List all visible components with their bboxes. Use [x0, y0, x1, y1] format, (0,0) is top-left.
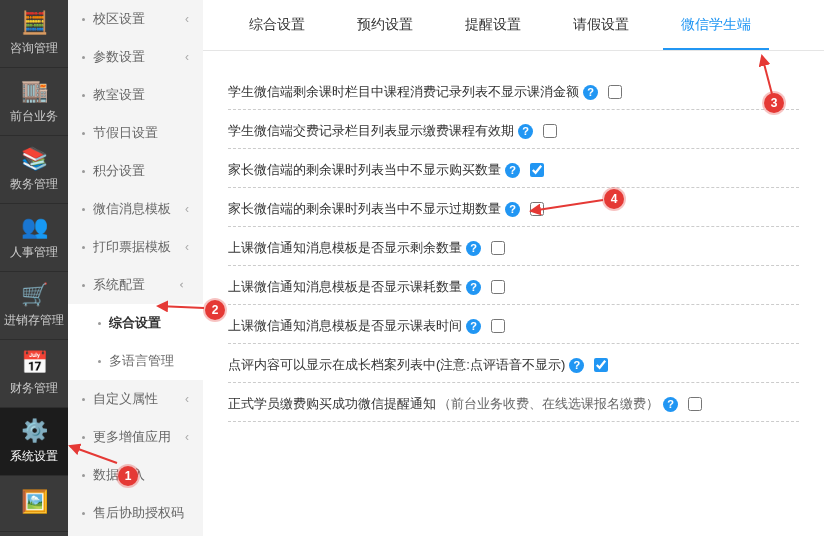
help-icon[interactable]: ? — [466, 280, 481, 295]
main-nav: 🧮 咨询管理 🏬 前台业务 📚 教务管理 👥 人事管理 🛒 进销存管理 📅 财务… — [0, 0, 68, 536]
sub-nav-item[interactable]: 参数设置‹ — [68, 38, 203, 76]
chevron-right-icon: ‹ — [185, 240, 189, 254]
setting-row: 学生微信端剩余课时栏目中课程消费记录列表不显示课消金额? — [228, 71, 799, 110]
setting-label: 上课微信通知消息模板是否显示剩余数量 — [228, 239, 462, 257]
chevron-right-icon: ‹ — [185, 50, 189, 64]
sub-nav-item[interactable]: 操作日志查看 — [68, 532, 203, 536]
setting-checkbox[interactable] — [491, 241, 505, 255]
tabs: 综合设置预约设置提醒设置请假设置微信学生端 — [203, 0, 824, 51]
setting-checkbox[interactable] — [530, 202, 544, 216]
setting-checkbox[interactable] — [543, 124, 557, 138]
help-icon[interactable]: ? — [505, 202, 520, 217]
sub-nav-item[interactable]: 校区设置‹ — [68, 0, 203, 38]
setting-checkbox[interactable] — [608, 85, 622, 99]
sub-nav-label: 更多增值应用 — [93, 428, 171, 446]
chevron-right-icon: ‹ — [185, 430, 189, 444]
sub-nav-label: 节假日设置 — [93, 124, 158, 142]
main-nav-label: 系统设置 — [10, 448, 58, 465]
setting-row: 正式学员缴费购买成功微信提醒通知（前台业务收费、在线选课报名缴费）? — [228, 383, 799, 422]
sub-nav-label: 售后协助授权码 — [93, 504, 184, 522]
gear-icon: ⚙️ — [21, 418, 48, 444]
setting-note: （前台业务收费、在线选课报名缴费） — [438, 395, 659, 413]
image-icon: 🖼️ — [21, 489, 48, 515]
setting-row: 家长微信端的剩余课时列表当中不显示过期数量? — [228, 188, 799, 227]
setting-checkbox[interactable] — [491, 280, 505, 294]
sub-nav-label: 综合设置 — [109, 314, 161, 332]
store-icon: 🏬 — [21, 78, 48, 104]
sub-nav-item[interactable]: 教室设置 — [68, 76, 203, 114]
tab-overflow[interactable] — [785, 0, 793, 50]
help-icon[interactable]: ? — [569, 358, 584, 373]
setting-checkbox[interactable] — [530, 163, 544, 177]
setting-row: 家长微信端的剩余课时列表当中不显示购买数量? — [228, 149, 799, 188]
sub-nav-child-item[interactable]: 综合设置 — [68, 304, 203, 342]
main-nav-label: 前台业务 — [10, 108, 58, 125]
bullet-icon — [82, 208, 85, 211]
sub-nav-item[interactable]: 微信消息模板‹ — [68, 190, 203, 228]
sub-nav-label: 打印票据模板 — [93, 238, 171, 256]
sub-nav-label: 参数设置 — [93, 48, 145, 66]
setting-label: 上课微信通知消息模板是否显示课耗数量 — [228, 278, 462, 296]
help-icon[interactable]: ? — [466, 319, 481, 334]
setting-checkbox[interactable] — [594, 358, 608, 372]
sub-nav-children: 综合设置多语言管理 — [68, 304, 203, 380]
bullet-icon — [82, 436, 85, 439]
main-nav-item-frontdesk[interactable]: 🏬 前台业务 — [0, 68, 68, 136]
setting-label: 家长微信端的剩余课时列表当中不显示过期数量 — [228, 200, 501, 218]
setting-row: 点评内容可以显示在成长档案列表中(注意:点评语音不显示)? — [228, 344, 799, 383]
main-nav-item-system[interactable]: ⚙️ 系统设置 — [0, 408, 68, 476]
tab[interactable]: 提醒设置 — [447, 0, 539, 50]
annotation-marker-4: 4 — [604, 189, 624, 209]
main-nav-item-finance[interactable]: 📅 财务管理 — [0, 340, 68, 408]
bullet-icon — [82, 246, 85, 249]
tab[interactable]: 请假设置 — [555, 0, 647, 50]
sub-nav-item[interactable]: 积分设置 — [68, 152, 203, 190]
content-area: 综合设置预约设置提醒设置请假设置微信学生端 学生微信端剩余课时栏目中课程消费记录… — [203, 0, 824, 536]
tab[interactable]: 预约设置 — [339, 0, 431, 50]
annotation-marker-2: 2 — [205, 300, 225, 320]
main-nav-item-inventory[interactable]: 🛒 进销存管理 — [0, 272, 68, 340]
annotation-marker-3: 3 — [764, 93, 784, 113]
setting-checkbox[interactable] — [688, 397, 702, 411]
bullet-icon — [82, 398, 85, 401]
tab[interactable]: 综合设置 — [231, 0, 323, 50]
setting-label: 学生微信端剩余课时栏目中课程消费记录列表不显示课消金额 — [228, 83, 579, 101]
setting-row: 上课微信通知消息模板是否显示课表时间? — [228, 305, 799, 344]
main-nav-item-more[interactable]: 🖼️ — [0, 476, 68, 532]
bullet-icon — [82, 56, 85, 59]
sub-nav-label: 校区设置 — [93, 10, 145, 28]
help-icon[interactable]: ? — [663, 397, 678, 412]
sub-nav-item[interactable]: 自定义属性‹ — [68, 380, 203, 418]
sub-nav-label: 自定义属性 — [93, 390, 158, 408]
sub-nav-item[interactable]: 系统配置⌄ — [68, 266, 203, 304]
help-icon[interactable]: ? — [518, 124, 533, 139]
bullet-icon — [82, 512, 85, 515]
sub-nav-label: 积分设置 — [93, 162, 145, 180]
calculator-icon: 🧮 — [21, 10, 48, 36]
setting-label: 点评内容可以显示在成长档案列表中(注意:点评语音不显示) — [228, 356, 565, 374]
main-nav-label: 财务管理 — [10, 380, 58, 397]
sub-nav-item[interactable]: 节假日设置 — [68, 114, 203, 152]
sub-nav-item[interactable]: 打印票据模板‹ — [68, 228, 203, 266]
setting-checkbox[interactable] — [491, 319, 505, 333]
tab[interactable]: 微信学生端 — [663, 0, 769, 50]
sub-nav-item[interactable]: 售后协助授权码 — [68, 494, 203, 532]
annotation-marker-1: 1 — [118, 466, 138, 486]
sub-nav-child-item[interactable]: 多语言管理 — [68, 342, 203, 380]
chevron-right-icon: ‹ — [185, 202, 189, 216]
main-nav-item-hr[interactable]: 👥 人事管理 — [0, 204, 68, 272]
help-icon[interactable]: ? — [466, 241, 481, 256]
main-nav-item-consult[interactable]: 🧮 咨询管理 — [0, 0, 68, 68]
help-icon[interactable]: ? — [583, 85, 598, 100]
sub-nav: 校区设置‹参数设置‹教室设置节假日设置积分设置微信消息模板‹打印票据模板‹系统配… — [68, 0, 203, 536]
sub-nav-label: 系统配置 — [93, 276, 145, 294]
bullet-icon — [82, 170, 85, 173]
bullet-icon — [98, 360, 101, 363]
main-nav-label: 进销存管理 — [4, 312, 64, 329]
sub-nav-item[interactable]: 更多增值应用‹ — [68, 418, 203, 456]
calendar-icon: 📅 — [21, 350, 48, 376]
setting-row: 上课微信通知消息模板是否显示课耗数量? — [228, 266, 799, 305]
setting-row: 学生微信端交费记录栏目列表显示缴费课程有效期? — [228, 110, 799, 149]
help-icon[interactable]: ? — [505, 163, 520, 178]
main-nav-item-academic[interactable]: 📚 教务管理 — [0, 136, 68, 204]
